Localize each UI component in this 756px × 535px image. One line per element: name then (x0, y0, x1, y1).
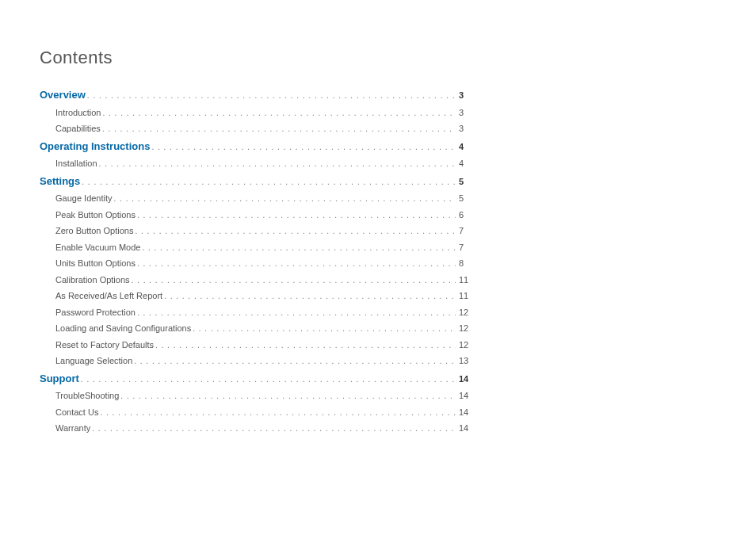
toc-section-label: Settings (40, 174, 80, 189)
toc-leader-dots (130, 274, 456, 286)
toc-leader-dots (154, 339, 456, 351)
toc-leader-dots (101, 123, 456, 135)
toc-item-label: TroubleShooting (40, 389, 119, 403)
toc-page-number: 3 (456, 122, 472, 136)
toc-leader-dots (119, 390, 456, 402)
toc-item-label: Contact Us (40, 406, 98, 419)
toc-page-number: 14 (456, 406, 472, 419)
toc-item-language-selection[interactable]: Language Selection 13 (40, 354, 472, 368)
toc-item-troubleshooting[interactable]: TroubleShooting 14 (40, 389, 472, 403)
toc-page-number: 12 (456, 306, 472, 319)
toc-section-overview[interactable]: Overview 3 (40, 87, 472, 103)
toc-leader-dots (132, 355, 456, 367)
toc-item-capabilities[interactable]: Capabilities 3 (40, 122, 472, 136)
toc-leader-dots (191, 323, 456, 334)
toc-section-support[interactable]: Support 14 (40, 371, 472, 387)
toc-item-installation[interactable]: Installation 4 (40, 157, 472, 170)
toc-item-gauge-identity[interactable]: Gauge Identity 5 (40, 192, 472, 205)
toc-item-label: Password Protection (40, 306, 136, 319)
toc-item-units-button-options[interactable]: Units Button Options 8 (40, 257, 472, 270)
toc-page-number: 11 (456, 273, 472, 287)
toc-item-calibration-options[interactable]: Calibration Options 11 (40, 273, 472, 287)
toc-item-enable-vacuum-mode[interactable]: Enable Vacuum Mode 7 (40, 241, 472, 254)
toc-leader-dots (113, 193, 456, 204)
toc-page-number: 11 (456, 289, 472, 303)
toc-item-reset-factory-defaults[interactable]: Reset to Factory Defaults 12 (40, 338, 472, 352)
toc-page-number: 13 (456, 354, 472, 368)
toc-section-label: Support (40, 371, 79, 387)
toc-page-number: 4 (456, 157, 472, 170)
toc-leader-dots (80, 176, 456, 188)
toc-leader-dots (150, 141, 456, 153)
toc-page-number: 7 (456, 241, 472, 254)
toc-page-number: 12 (456, 338, 472, 352)
toc-page-number: 14 (456, 373, 472, 386)
toc-item-password-protection[interactable]: Password Protection 12 (40, 306, 472, 319)
toc-section-label: Overview (40, 87, 86, 103)
toc-section-settings[interactable]: Settings 5 (40, 174, 472, 189)
toc-page-number: 7 (456, 224, 472, 238)
toc-page-number: 8 (456, 257, 472, 270)
toc-page-number: 5 (456, 192, 472, 205)
toc-leader-dots (133, 225, 456, 237)
toc-item-warranty[interactable]: Warranty 14 (40, 422, 472, 435)
toc-leader-dots (79, 373, 456, 385)
document-page: Contents Overview 3 Introduction 3 Capab… (0, 0, 756, 478)
toc-item-as-received-as-left-report[interactable]: As Received/As Left Report 11 (40, 289, 472, 303)
toc-item-peak-button-options[interactable]: Peak Button Options 6 (40, 208, 472, 222)
toc-item-label: Units Button Options (40, 257, 136, 270)
toc-item-label: Reset to Factory Defaults (40, 338, 154, 352)
toc-page-number: 6 (456, 208, 472, 222)
toc-item-label: Gauge Identity (40, 192, 113, 205)
toc-section-label: Operating Instructions (40, 139, 150, 155)
toc-item-label: Enable Vacuum Mode (40, 241, 140, 254)
toc-item-label: Loading and Saving Configurations (40, 322, 191, 335)
toc-leader-dots (86, 90, 456, 101)
toc-item-label: Installation (40, 157, 97, 170)
toc-item-loading-saving-configurations[interactable]: Loading and Saving Configurations 12 (40, 322, 472, 335)
toc-leader-dots (98, 407, 456, 418)
toc-leader-dots (90, 422, 456, 434)
toc-item-label: Warranty (40, 422, 90, 435)
toc-page-number: 4 (456, 140, 472, 154)
toc-page-number: 3 (456, 89, 472, 102)
toc-page-number: 12 (456, 322, 472, 335)
toc-page-number: 3 (456, 106, 472, 120)
toc-item-introduction[interactable]: Introduction 3 (40, 106, 472, 120)
toc-page-number: 14 (456, 422, 472, 435)
toc-page-number: 14 (456, 389, 472, 403)
toc-leader-dots (140, 242, 456, 254)
toc-leader-dots (162, 290, 456, 302)
toc-item-label: Introduction (40, 106, 101, 120)
toc-page-number: 5 (456, 175, 472, 189)
toc-leader-dots (97, 158, 456, 170)
toc-leader-dots (136, 258, 456, 269)
toc-leader-dots (136, 209, 456, 221)
toc-item-label: Peak Button Options (40, 208, 136, 222)
toc-item-zero-button-options[interactable]: Zero Button Options 7 (40, 224, 472, 238)
toc-item-label: Calibration Options (40, 273, 130, 287)
page-title: Contents (40, 48, 716, 68)
toc-item-label: Zero Button Options (40, 224, 133, 238)
toc-item-label: Capabilities (40, 122, 101, 136)
toc-section-operating-instructions[interactable]: Operating Instructions 4 (40, 139, 472, 155)
toc-item-label: As Received/As Left Report (40, 289, 162, 303)
toc-item-label: Language Selection (40, 354, 132, 368)
toc-leader-dots (136, 307, 456, 319)
toc-leader-dots (101, 107, 456, 119)
table-of-contents: Overview 3 Introduction 3 Capabilities 3… (40, 87, 472, 435)
toc-item-contact-us[interactable]: Contact Us 14 (40, 406, 472, 419)
